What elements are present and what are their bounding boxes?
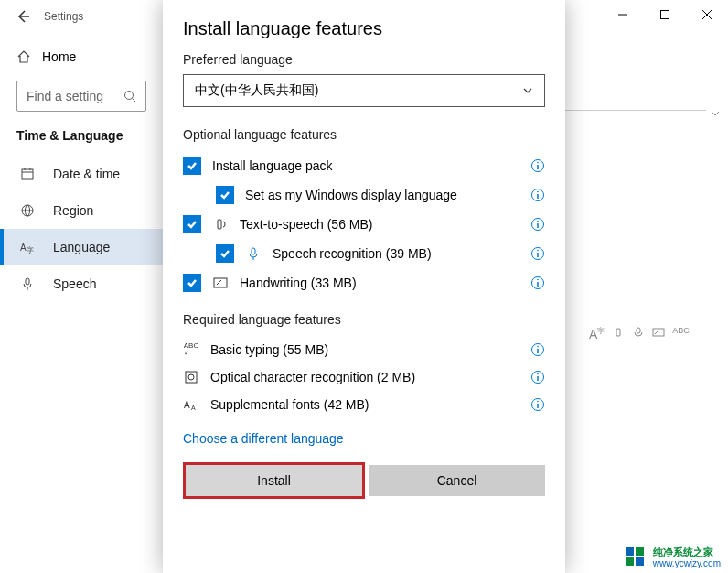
abc-feature-icon: ABC: [672, 326, 690, 341]
info-icon[interactable]: [530, 217, 545, 232]
maximize-button[interactable]: [644, 0, 686, 29]
tts-feature-icon: [612, 326, 625, 341]
minimize-button[interactable]: [602, 0, 644, 29]
svg-point-34: [537, 250, 539, 252]
svg-text:A: A: [20, 243, 27, 253]
checkbox-checked[interactable]: [183, 215, 201, 233]
svg-rect-1: [661, 11, 669, 19]
close-icon: [702, 10, 712, 19]
search-placeholder: Find a setting: [27, 89, 123, 103]
language-feature-icon: A字: [589, 326, 605, 341]
sidebar: Home Find a setting Time & Language Date…: [0, 33, 163, 573]
language-icon: A字: [20, 240, 37, 254]
back-button[interactable]: [9, 3, 37, 30]
svg-point-41: [537, 346, 539, 348]
selected-language-value: 中文(中华人民共和国): [195, 82, 318, 99]
svg-point-51: [537, 401, 539, 403]
required-fonts: AA Supplemental fonts (42 MB): [163, 391, 565, 418]
preferred-language-select[interactable]: 中文(中华人民共和国): [183, 74, 545, 107]
preferred-language-label: Preferred language: [163, 49, 565, 74]
option-speech-recognition[interactable]: Speech recognition (39 MB): [163, 239, 565, 268]
handwriting-icon: [212, 275, 229, 291]
chevron-down-icon: [522, 85, 533, 96]
info-icon[interactable]: [530, 397, 545, 412]
required-label: Basic typing (55 MB): [210, 342, 519, 357]
svg-point-29: [537, 221, 539, 222]
required-features-header: Required language features: [163, 307, 565, 336]
checkbox-checked[interactable]: [216, 244, 234, 263]
info-icon[interactable]: [530, 188, 545, 202]
info-icon[interactable]: [530, 342, 545, 357]
checkbox-checked[interactable]: [216, 186, 234, 204]
sidebar-item-region[interactable]: Region: [0, 192, 163, 229]
sidebar-home-label: Home: [42, 49, 76, 64]
svg-point-43: [188, 374, 194, 380]
search-input[interactable]: Find a setting: [16, 81, 146, 112]
cancel-button[interactable]: Cancel: [369, 465, 545, 496]
feature-icons-row: A字 ABC: [589, 326, 690, 341]
sidebar-item-date-time[interactable]: Date & time: [0, 156, 163, 192]
option-text-to-speech[interactable]: Text-to-speech (56 MB): [163, 210, 565, 239]
svg-rect-18: [637, 328, 640, 333]
required-basic-typing: ABC✓ Basic typing (55 MB): [163, 336, 565, 363]
svg-rect-15: [26, 278, 29, 285]
arrow-left-icon: [16, 9, 30, 24]
fonts-icon: AA: [183, 396, 199, 413]
window-title: Settings: [44, 10, 83, 23]
chevron-down-icon: [710, 108, 721, 119]
svg-point-22: [537, 162, 539, 164]
option-label: Text-to-speech (56 MB): [240, 217, 519, 232]
choose-different-language-link[interactable]: Choose a different language: [163, 418, 565, 455]
option-display-language[interactable]: Set as my Windows display language: [163, 180, 565, 210]
ocr-icon: [183, 369, 199, 385]
window-controls: [602, 0, 728, 29]
svg-text:A: A: [184, 400, 190, 410]
sidebar-item-label: Language: [53, 240, 110, 254]
svg-point-4: [125, 92, 134, 100]
info-icon[interactable]: [530, 158, 545, 173]
tts-icon: [212, 216, 229, 232]
info-icon[interactable]: [530, 276, 545, 290]
info-icon[interactable]: [530, 370, 545, 384]
option-handwriting[interactable]: Handwriting (33 MB): [163, 268, 565, 297]
svg-point-38: [537, 279, 539, 281]
microphone-icon: [245, 245, 262, 262]
sidebar-item-label: Speech: [53, 276, 96, 291]
mic-feature-icon: [632, 326, 645, 341]
svg-rect-30: [252, 248, 255, 254]
required-label: Supplemental fonts (42 MB): [210, 397, 519, 412]
svg-point-25: [537, 191, 539, 193]
svg-line-5: [133, 99, 136, 103]
globe-icon: [20, 203, 37, 218]
svg-rect-6: [22, 169, 33, 179]
option-label: Handwriting (33 MB): [240, 276, 519, 290]
svg-rect-26: [218, 220, 221, 229]
option-install-language-pack[interactable]: Install language pack: [163, 151, 565, 180]
required-ocr: Optical character recognition (2 MB): [163, 363, 565, 391]
sidebar-home[interactable]: Home: [0, 46, 163, 81]
install-button[interactable]: Install: [183, 462, 365, 499]
svg-point-46: [537, 373, 539, 375]
close-button[interactable]: [686, 0, 728, 29]
checkbox-checked[interactable]: [183, 157, 201, 175]
svg-text:字: 字: [27, 246, 34, 254]
required-label: Optical character recognition (2 MB): [210, 370, 519, 384]
sidebar-item-label: Date & time: [53, 167, 120, 181]
home-icon: [16, 49, 31, 64]
option-label: Speech recognition (39 MB): [273, 246, 519, 261]
search-icon: [123, 90, 136, 103]
checkbox-checked[interactable]: [183, 274, 201, 292]
abc-icon: ABC✓: [183, 341, 199, 358]
svg-text:A: A: [191, 405, 196, 411]
maximize-icon: [660, 10, 669, 19]
info-icon[interactable]: [530, 246, 545, 261]
sidebar-item-language[interactable]: A字 Language: [0, 229, 163, 265]
sidebar-item-speech[interactable]: Speech: [0, 265, 163, 302]
dialog-title: Install language features: [163, 18, 565, 49]
minimize-icon: [618, 10, 627, 19]
microphone-icon: [20, 276, 37, 291]
install-language-dialog: Install language features Preferred lang…: [163, 0, 565, 573]
option-label: Install language pack: [212, 158, 519, 173]
optional-features-header: Optional language features: [163, 122, 565, 151]
svg-rect-35: [214, 278, 227, 287]
